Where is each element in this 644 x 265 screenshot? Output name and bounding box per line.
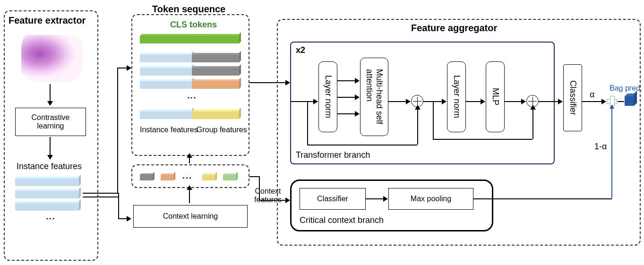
arrowhead-icon: [355, 111, 360, 117]
arrow: [388, 101, 407, 102]
arrow: [417, 109, 418, 145]
arrowhead-icon: [187, 185, 192, 190]
cls-tokens-label: CLS tokens: [170, 20, 217, 30]
context-bar: [202, 175, 215, 180]
contrastive-learning-box: Contrastive learning: [15, 108, 86, 136]
instance-features-label: Instance features: [17, 162, 82, 171]
context-bar: [161, 175, 174, 180]
arrowhead-icon: [127, 216, 131, 222]
arrow: [83, 197, 118, 197]
bag-pred-cube-icon: [625, 96, 634, 106]
arrowhead-icon: [558, 99, 563, 104]
mlp-box: MLP: [486, 61, 505, 132]
arrow: [307, 101, 308, 145]
critical-context-branch-label: Critical context branch: [300, 215, 384, 225]
layer-norm-2-label: Layer norm: [452, 75, 462, 118]
classifier-top-box: Classifier: [563, 64, 582, 131]
token-bar-group: [192, 81, 239, 89]
arrow: [618, 101, 624, 102]
contrastive-learning-label: Contrastive learning: [32, 113, 70, 130]
x2-label: x2: [296, 45, 305, 55]
arrow: [189, 189, 190, 203]
feature-extractor-title: Feature extractor: [9, 15, 86, 26]
arrow: [189, 157, 190, 163]
arrow: [117, 68, 128, 68]
arrow: [532, 109, 533, 139]
classifier-top-label: Classifier: [568, 80, 578, 115]
instance-feature-bar: [15, 179, 79, 186]
arrowhead-icon: [530, 105, 536, 110]
token-bar-group: [192, 55, 239, 62]
one-minus-alpha-label: 1-α: [594, 142, 607, 152]
transformer-branch-label: Transformer branch: [296, 150, 370, 160]
layer-norm-1-box: Layer norm: [318, 61, 337, 132]
group-features-caption: Group features: [197, 126, 247, 134]
token-bar: [140, 81, 192, 89]
context-bar: [140, 175, 153, 180]
ellipsis-icon: ⋮: [187, 94, 197, 101]
max-pooling-label: Max pooling: [411, 195, 451, 203]
arrowhead-icon: [481, 99, 485, 104]
layer-norm-2-box: Layer norm: [447, 61, 466, 132]
arrow: [473, 198, 612, 199]
multihead-label: Multi-head self attention: [364, 69, 384, 124]
arrow: [50, 84, 51, 102]
arrowhead-icon: [610, 104, 614, 109]
arrowhead-icon: [521, 99, 526, 104]
arrowhead-icon: [355, 94, 360, 100]
arrow: [539, 101, 559, 102]
arrow: [117, 68, 118, 194]
ellipsis-icon: ...: [182, 171, 192, 181]
classifier-bottom-box: Classifier: [300, 188, 366, 210]
feature-aggregator-title: Feature aggregator: [411, 23, 497, 34]
arrowhead-icon: [355, 78, 360, 84]
arrow: [433, 139, 532, 140]
arrow: [291, 101, 315, 102]
arrow: [118, 193, 119, 218]
alpha-label: α: [590, 90, 594, 100]
arrowhead-icon: [187, 153, 192, 158]
histology-image: [21, 35, 83, 82]
bag-pred-label: Bag pred.: [610, 84, 642, 93]
ellipsis-icon: ⋮: [45, 214, 56, 222]
arrow: [611, 108, 612, 198]
arrowhead-icon: [442, 99, 447, 104]
instance-features-caption: Instance features: [140, 126, 198, 134]
arrow: [337, 80, 356, 81]
layer-norm-1-label: Layer norm: [323, 75, 333, 118]
token-bar: [140, 55, 192, 62]
arrow: [118, 218, 128, 219]
context-learning-box: Context learning: [133, 205, 248, 228]
arrowhead-icon: [601, 99, 606, 104]
context-learning-label: Context learning: [163, 212, 218, 221]
arrowhead-icon: [47, 155, 53, 160]
arrowhead-icon: [127, 65, 131, 71]
arrow: [50, 137, 51, 156]
arrow: [505, 101, 523, 102]
arrow: [337, 97, 356, 98]
arrowhead-icon: [415, 105, 421, 110]
token-bar-group: [192, 111, 239, 119]
arrow: [582, 101, 603, 102]
arrowhead-icon: [47, 101, 53, 106]
token-bar: [140, 68, 192, 76]
arrow: [337, 113, 356, 114]
token-bar-group: [192, 68, 239, 76]
arrowhead-icon: [383, 196, 388, 202]
mlp-label: MLP: [490, 88, 500, 105]
instance-feature-bar: [15, 191, 79, 198]
cls-token-bar: [140, 36, 239, 43]
arrow: [433, 101, 434, 139]
arrowhead-icon: [313, 99, 318, 104]
arrowhead-icon: [406, 99, 411, 104]
arrow: [83, 193, 118, 194]
max-pooling-box: Max pooling: [388, 188, 473, 210]
classifier-bottom-label: Classifier: [317, 195, 348, 203]
instance-feature-bar: [15, 203, 79, 211]
multihead-box: Multi-head self attention: [360, 58, 388, 136]
token-sequence-title: Token sequence: [152, 4, 225, 15]
arrow: [307, 145, 417, 145]
context-bar: [223, 175, 236, 180]
arrow: [466, 101, 482, 102]
arrow: [366, 198, 385, 199]
